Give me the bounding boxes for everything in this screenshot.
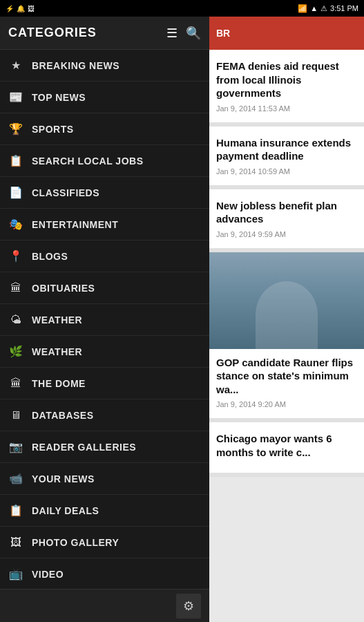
- news-date-article-4: Jan 9, 2014 9:20 AM: [216, 400, 357, 408]
- sidebar-item-weather1[interactable]: 🌤 WEATHER: [0, 304, 209, 336]
- sidebar-item-your-news[interactable]: 📹 YOUR NEWS: [0, 463, 209, 495]
- status-right-info: 📶 ▲ ⚠ 3:51 PM: [298, 4, 358, 13]
- news-image-article-4: [209, 252, 364, 349]
- nav-label-video1: VIDEO: [32, 569, 64, 580]
- sidebar: CATEGORIES ☰ 🔍 ★ BREAKING NEWS 📰 TOP NEW…: [0, 17, 209, 622]
- notification-icon: 🔔: [17, 5, 25, 12]
- news-item-article-5[interactable]: Chicago mayor wants 6 months to write c.…: [209, 422, 364, 477]
- sidebar-item-reader-galleries[interactable]: 📷 READER GALLERIES: [0, 431, 209, 463]
- nav-icon-breaking-news: ★: [8, 59, 23, 72]
- news-date-article-3: Jan 9, 2014 9:59 AM: [216, 230, 357, 238]
- nav-icon-video1: 📺: [8, 567, 23, 581]
- nav-icon-your-news: 📹: [8, 472, 23, 485]
- search-icon[interactable]: 🔍: [186, 26, 201, 41]
- usb-icon: ⚡: [6, 5, 14, 12]
- nav-label-daily-deals: DAILY DEALS: [32, 505, 99, 516]
- nav-label-blogs: BLOGS: [32, 251, 68, 262]
- nav-label-classifieds: CLASSIFIEDS: [32, 187, 99, 198]
- main-wrapper: CATEGORIES ☰ 🔍 ★ BREAKING NEWS 📰 TOP NEW…: [0, 17, 364, 622]
- nav-icon-entertainment: 🎭: [8, 218, 23, 231]
- sidebar-item-breaking-news[interactable]: ★ BREAKING NEWS: [0, 50, 209, 82]
- sidebar-item-blogs[interactable]: 📍 BLOGS: [0, 241, 209, 272]
- news-title-article-5: Chicago mayor wants 6 months to write c.…: [216, 432, 357, 459]
- news-item-article-4[interactable]: GOP candidate Rauner flips stance on sta…: [209, 252, 364, 423]
- image-icon: 🖼: [28, 5, 35, 12]
- sidebar-item-video1[interactable]: 📺 VIDEO: [0, 558, 209, 589]
- nav-icon-classifieds: 📄: [8, 186, 23, 199]
- wifi-icon: ▲: [310, 4, 318, 12]
- nav-icon-weather1: 🌤: [8, 314, 23, 326]
- clock: 3:51 PM: [330, 4, 358, 12]
- nav-icon-blogs: 📍: [8, 249, 23, 263]
- sidebar-item-daily-deals[interactable]: 📋 DAILY DEALS: [0, 495, 209, 527]
- nav-label-weather1: WEATHER: [32, 314, 82, 326]
- battery-icon: ⚠: [320, 4, 327, 13]
- news-date-article-2: Jan 9, 2014 10:59 AM: [216, 167, 357, 176]
- news-title-article-2: Humana insurance extends payment deadlin…: [216, 136, 357, 163]
- nav-label-photo-gallery: PHOTO GALLERY: [32, 537, 119, 548]
- news-list[interactable]: FEMA denies aid request from local Illin…: [209, 50, 364, 622]
- content-panel: BR FEMA denies aid request from local Il…: [209, 17, 364, 622]
- nav-icon-photo-gallery: 🖼: [8, 536, 23, 549]
- news-item-article-2[interactable]: Humana insurance extends payment deadlin…: [209, 126, 364, 189]
- news-title-article-3: New jobless benefit plan advances: [216, 199, 357, 226]
- sidebar-footer: ⚙: [0, 589, 209, 622]
- news-title-article-1: FEMA denies aid request from local Illin…: [216, 59, 357, 100]
- sidebar-item-databases[interactable]: 🖥 DATABASES: [0, 399, 209, 431]
- status-bar: ⚡ 🔔 🖼 📶 ▲ ⚠ 3:51 PM: [0, 0, 364, 17]
- news-item-article-1[interactable]: FEMA denies aid request from local Illin…: [209, 50, 364, 126]
- content-header: BR: [209, 17, 364, 50]
- sidebar-item-obituaries[interactable]: 🏛 OBITUARIES: [0, 272, 209, 304]
- nav-icon-daily-deals: 📋: [8, 504, 23, 517]
- status-left-icons: ⚡ 🔔 🖼: [6, 5, 35, 12]
- nav-icon-weather2: 🌿: [8, 345, 23, 358]
- sidebar-item-the-dome[interactable]: 🏛 THE DOME: [0, 368, 209, 399]
- nav-icon-search-local-jobs: 📋: [8, 154, 23, 167]
- header-icons: ☰ 🔍: [166, 26, 201, 41]
- sidebar-header: CATEGORIES ☰ 🔍: [0, 17, 209, 50]
- nav-list[interactable]: ★ BREAKING NEWS 📰 TOP NEWS 🏆 SPORTS 📋 SE…: [0, 50, 209, 589]
- nav-icon-top-news: 📰: [8, 91, 23, 104]
- nav-label-entertainment: ENTERTAINMENT: [32, 219, 118, 230]
- sidebar-item-sports[interactable]: 🏆 SPORTS: [0, 113, 209, 145]
- nav-label-weather2: WEATHER: [32, 346, 82, 357]
- nav-label-databases: DATABASES: [32, 410, 94, 421]
- nav-label-top-news: TOP NEWS: [32, 92, 86, 103]
- sidebar-item-top-news[interactable]: 📰 TOP NEWS: [0, 82, 209, 113]
- nav-label-search-local-jobs: SEARCH LOCAL JOBS: [32, 156, 143, 167]
- news-title-article-4: GOP candidate Rauner flips stance on sta…: [216, 356, 357, 397]
- nav-icon-sports: 🏆: [8, 122, 23, 135]
- nav-label-breaking-news: BREAKING NEWS: [32, 60, 119, 71]
- nav-icon-obituaries: 🏛: [8, 282, 23, 294]
- news-item-article-3[interactable]: New jobless benefit plan advances Jan 9,…: [209, 189, 364, 252]
- news-date-article-1: Jan 9, 2014 11:53 AM: [216, 104, 357, 113]
- sidebar-item-weather2[interactable]: 🌿 WEATHER: [0, 336, 209, 368]
- sidebar-item-search-local-jobs[interactable]: 📋 SEARCH LOCAL JOBS: [0, 145, 209, 177]
- nav-label-obituaries: OBITUARIES: [32, 283, 95, 294]
- news-image-info-article-4: GOP candidate Rauner flips stance on sta…: [209, 349, 364, 419]
- sidebar-title: CATEGORIES: [8, 26, 97, 40]
- nav-icon-databases: 🖥: [8, 409, 23, 422]
- nav-label-your-news: YOUR NEWS: [32, 473, 95, 484]
- sidebar-item-entertainment[interactable]: 🎭 ENTERTAINMENT: [0, 209, 209, 241]
- nav-label-sports: SPORTS: [32, 124, 74, 135]
- settings-button[interactable]: ⚙: [176, 594, 201, 619]
- nav-label-reader-galleries: READER GALLERIES: [32, 442, 136, 453]
- signal-icon: 📶: [298, 4, 307, 13]
- content-header-label: BR: [216, 28, 230, 39]
- sidebar-item-classifieds[interactable]: 📄 CLASSIFIEDS: [0, 177, 209, 209]
- sidebar-item-photo-gallery[interactable]: 🖼 PHOTO GALLERY: [0, 527, 209, 558]
- nav-icon-the-dome: 🏛: [8, 377, 23, 390]
- hamburger-icon[interactable]: ☰: [166, 26, 178, 41]
- nav-label-the-dome: THE DOME: [32, 378, 86, 389]
- nav-icon-reader-galleries: 📷: [8, 440, 23, 453]
